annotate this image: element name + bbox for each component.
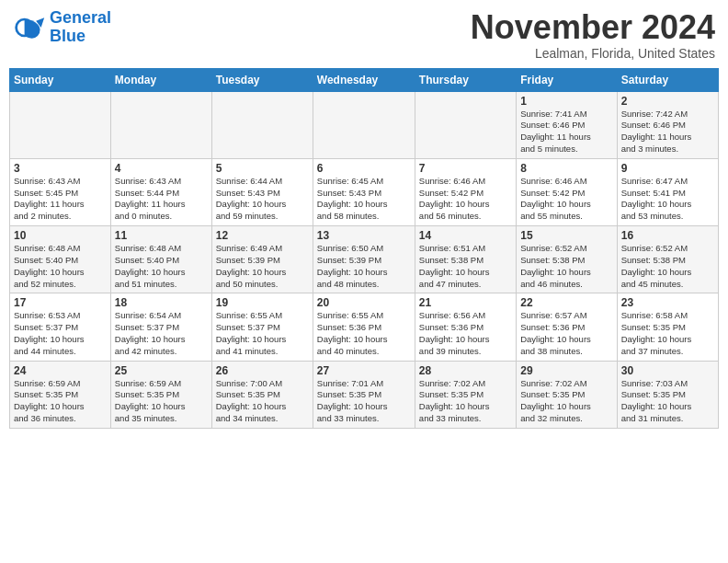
weekday-header: Saturday <box>617 68 718 91</box>
calendar-cell: 26Sunrise: 7:00 AM Sunset: 5:35 PM Dayli… <box>211 361 313 428</box>
calendar-cell: 16Sunrise: 6:52 AM Sunset: 5:38 PM Dayli… <box>617 226 718 293</box>
calendar-cell: 25Sunrise: 6:59 AM Sunset: 5:35 PM Dayli… <box>110 361 211 428</box>
day-number: 26 <box>216 364 309 377</box>
logo: General Blue <box>13 9 111 46</box>
calendar-cell: 1Sunrise: 7:41 AM Sunset: 6:46 PM Daylig… <box>517 91 617 158</box>
day-number: 27 <box>317 364 411 377</box>
day-number: 13 <box>317 229 411 242</box>
day-number: 5 <box>216 162 309 175</box>
calendar-week-row: 17Sunrise: 6:53 AM Sunset: 5:37 PM Dayli… <box>10 293 719 361</box>
calendar-cell: 15Sunrise: 6:52 AM Sunset: 5:38 PM Dayli… <box>517 226 617 293</box>
day-info: Sunrise: 6:48 AM Sunset: 5:40 PM Dayligh… <box>14 243 107 290</box>
weekday-header-row: SundayMondayTuesdayWednesdayThursdayFrid… <box>10 68 719 91</box>
day-info: Sunrise: 7:02 AM Sunset: 5:35 PM Dayligh… <box>419 378 512 425</box>
day-number: 8 <box>520 162 612 175</box>
day-number: 9 <box>621 162 714 175</box>
day-number: 6 <box>317 162 411 175</box>
day-info: Sunrise: 6:54 AM Sunset: 5:37 PM Dayligh… <box>115 310 208 357</box>
day-info: Sunrise: 7:03 AM Sunset: 5:35 PM Dayligh… <box>621 378 714 425</box>
calendar-cell: 23Sunrise: 6:58 AM Sunset: 5:35 PM Dayli… <box>617 293 718 361</box>
weekday-header: Monday <box>110 68 211 91</box>
calendar-cell: 5Sunrise: 6:44 AM Sunset: 5:43 PM Daylig… <box>211 158 313 225</box>
logo-text: General Blue <box>50 9 111 46</box>
day-info: Sunrise: 6:52 AM Sunset: 5:38 PM Dayligh… <box>621 243 714 290</box>
day-info: Sunrise: 7:41 AM Sunset: 6:46 PM Dayligh… <box>520 109 612 155</box>
day-info: Sunrise: 6:44 AM Sunset: 5:43 PM Dayligh… <box>216 176 309 223</box>
calendar-cell: 4Sunrise: 6:43 AM Sunset: 5:44 PM Daylig… <box>110 158 211 225</box>
calendar-cell: 10Sunrise: 6:48 AM Sunset: 5:40 PM Dayli… <box>10 226 111 293</box>
day-info: Sunrise: 6:46 AM Sunset: 5:42 PM Dayligh… <box>419 176 512 223</box>
calendar-cell: 3Sunrise: 6:43 AM Sunset: 5:45 PM Daylig… <box>10 158 111 225</box>
day-number: 2 <box>621 95 714 108</box>
calendar-cell: 22Sunrise: 6:57 AM Sunset: 5:36 PM Dayli… <box>517 293 617 361</box>
day-number: 20 <box>317 296 411 309</box>
calendar-cell: 20Sunrise: 6:55 AM Sunset: 5:36 PM Dayli… <box>313 293 415 361</box>
calendar-table: SundayMondayTuesdayWednesdayThursdayFrid… <box>9 68 719 429</box>
calendar-cell: 17Sunrise: 6:53 AM Sunset: 5:37 PM Dayli… <box>10 293 111 361</box>
day-number: 4 <box>115 162 208 175</box>
day-number: 21 <box>419 296 512 309</box>
day-number: 17 <box>14 296 107 309</box>
day-info: Sunrise: 6:45 AM Sunset: 5:43 PM Dayligh… <box>317 176 411 223</box>
day-number: 18 <box>115 296 208 309</box>
day-info: Sunrise: 6:56 AM Sunset: 5:36 PM Dayligh… <box>419 310 512 357</box>
day-number: 3 <box>14 162 107 175</box>
day-info: Sunrise: 6:57 AM Sunset: 5:36 PM Dayligh… <box>520 310 612 357</box>
calendar-cell: 19Sunrise: 6:55 AM Sunset: 5:37 PM Dayli… <box>211 293 313 361</box>
calendar-cell: 9Sunrise: 6:47 AM Sunset: 5:41 PM Daylig… <box>617 158 718 225</box>
day-number: 28 <box>419 364 512 377</box>
day-info: Sunrise: 6:53 AM Sunset: 5:37 PM Dayligh… <box>14 310 107 357</box>
calendar-cell: 24Sunrise: 6:59 AM Sunset: 5:35 PM Dayli… <box>10 361 111 428</box>
calendar-cell <box>110 91 211 158</box>
calendar-cell: 11Sunrise: 6:48 AM Sunset: 5:40 PM Dayli… <box>110 226 211 293</box>
day-info: Sunrise: 6:48 AM Sunset: 5:40 PM Dayligh… <box>115 243 208 290</box>
page-header: General Blue November 2024 Lealman, Flor… <box>9 9 719 61</box>
day-info: Sunrise: 6:50 AM Sunset: 5:39 PM Dayligh… <box>317 243 411 290</box>
calendar-cell: 6Sunrise: 6:45 AM Sunset: 5:43 PM Daylig… <box>313 158 415 225</box>
day-number: 24 <box>14 364 107 377</box>
weekday-header: Wednesday <box>313 68 415 91</box>
calendar-cell: 13Sunrise: 6:50 AM Sunset: 5:39 PM Dayli… <box>313 226 415 293</box>
calendar-cell: 18Sunrise: 6:54 AM Sunset: 5:37 PM Dayli… <box>110 293 211 361</box>
day-info: Sunrise: 6:43 AM Sunset: 5:44 PM Dayligh… <box>115 176 208 223</box>
calendar-week-row: 24Sunrise: 6:59 AM Sunset: 5:35 PM Dayli… <box>10 361 719 428</box>
weekday-header: Friday <box>517 68 617 91</box>
logo-icon <box>13 11 46 44</box>
calendar-cell: 29Sunrise: 7:02 AM Sunset: 5:35 PM Dayli… <box>517 361 617 428</box>
day-number: 22 <box>520 296 612 309</box>
calendar-cell: 2Sunrise: 7:42 AM Sunset: 6:46 PM Daylig… <box>617 91 718 158</box>
day-info: Sunrise: 6:46 AM Sunset: 5:42 PM Dayligh… <box>520 176 612 223</box>
day-number: 10 <box>14 229 107 242</box>
calendar-week-row: 10Sunrise: 6:48 AM Sunset: 5:40 PM Dayli… <box>10 226 719 293</box>
day-info: Sunrise: 6:47 AM Sunset: 5:41 PM Dayligh… <box>621 176 714 223</box>
calendar-cell: 30Sunrise: 7:03 AM Sunset: 5:35 PM Dayli… <box>617 361 718 428</box>
day-info: Sunrise: 7:42 AM Sunset: 6:46 PM Dayligh… <box>621 109 714 155</box>
day-info: Sunrise: 6:49 AM Sunset: 5:39 PM Dayligh… <box>216 243 309 290</box>
day-info: Sunrise: 7:01 AM Sunset: 5:35 PM Dayligh… <box>317 378 411 425</box>
calendar-cell: 12Sunrise: 6:49 AM Sunset: 5:39 PM Dayli… <box>211 226 313 293</box>
day-number: 30 <box>621 364 714 377</box>
day-info: Sunrise: 6:58 AM Sunset: 5:35 PM Dayligh… <box>621 310 714 357</box>
day-number: 15 <box>520 229 612 242</box>
day-info: Sunrise: 7:02 AM Sunset: 5:35 PM Dayligh… <box>520 378 612 425</box>
day-number: 19 <box>216 296 309 309</box>
calendar-cell: 27Sunrise: 7:01 AM Sunset: 5:35 PM Dayli… <box>313 361 415 428</box>
calendar-cell <box>313 91 415 158</box>
day-info: Sunrise: 7:00 AM Sunset: 5:35 PM Dayligh… <box>216 378 309 425</box>
weekday-header: Tuesday <box>211 68 313 91</box>
day-info: Sunrise: 6:51 AM Sunset: 5:38 PM Dayligh… <box>419 243 512 290</box>
calendar-cell <box>415 91 516 158</box>
day-info: Sunrise: 6:59 AM Sunset: 5:35 PM Dayligh… <box>14 378 107 425</box>
day-number: 12 <box>216 229 309 242</box>
calendar-week-row: 1Sunrise: 7:41 AM Sunset: 6:46 PM Daylig… <box>10 91 719 158</box>
day-number: 7 <box>419 162 512 175</box>
day-number: 14 <box>419 229 512 242</box>
day-info: Sunrise: 6:59 AM Sunset: 5:35 PM Dayligh… <box>115 378 208 425</box>
day-info: Sunrise: 6:55 AM Sunset: 5:37 PM Dayligh… <box>216 310 309 357</box>
month-title: November 2024 <box>471 9 715 46</box>
calendar-cell: 21Sunrise: 6:56 AM Sunset: 5:36 PM Dayli… <box>415 293 516 361</box>
day-number: 16 <box>621 229 714 242</box>
day-number: 25 <box>115 364 208 377</box>
calendar-cell: 7Sunrise: 6:46 AM Sunset: 5:42 PM Daylig… <box>415 158 516 225</box>
location-subtitle: Lealman, Florida, United States <box>471 46 715 61</box>
